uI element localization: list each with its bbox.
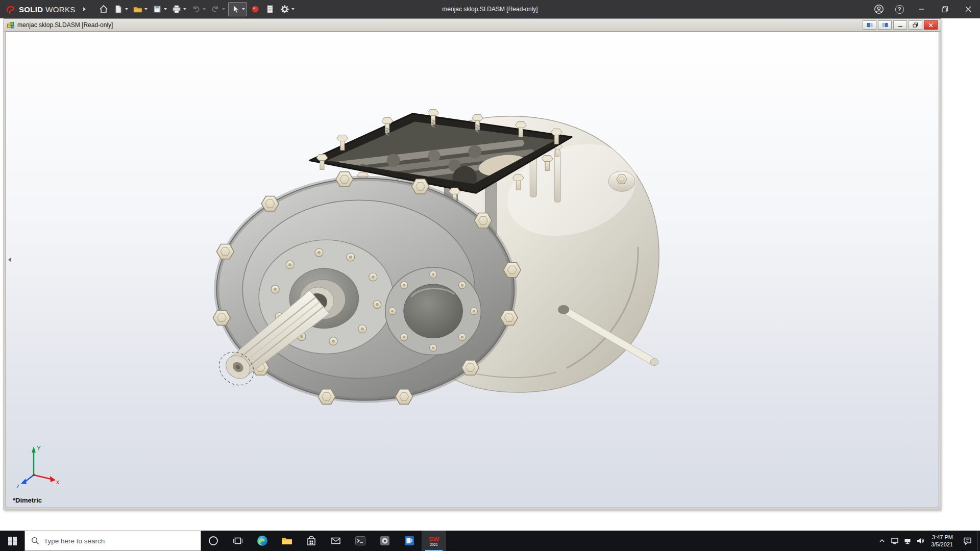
z-axis-label: z xyxy=(16,483,19,490)
redo-icon xyxy=(210,4,220,14)
restore-button[interactable] xyxy=(933,0,957,18)
file-explorer-icon xyxy=(281,535,293,547)
screen: SOLIDWORKS xyxy=(0,0,980,551)
reference-triad: Y x z xyxy=(14,441,61,490)
print-button[interactable] xyxy=(170,2,188,16)
print-icon xyxy=(172,4,182,14)
dropdown-caret-icon[interactable] xyxy=(203,8,206,10)
console-app-button[interactable] xyxy=(348,531,373,551)
solidworks-logo-icon xyxy=(5,4,16,15)
select-tool-button[interactable] xyxy=(228,2,247,16)
help-button[interactable]: ? xyxy=(889,0,910,18)
chevron-right-icon[interactable] xyxy=(83,7,86,11)
volume-icon xyxy=(916,537,924,545)
y-axis-arrow xyxy=(32,446,36,453)
cortana-button[interactable] xyxy=(201,531,226,551)
network-tray-button[interactable] xyxy=(901,531,914,551)
document-window: menjac sklop.SLDASM [Read-only] xyxy=(4,18,941,510)
sign-in-button[interactable] xyxy=(869,0,889,18)
store-button[interactable] xyxy=(299,531,324,551)
help-glyph: ? xyxy=(898,6,901,12)
solidworks-taskbar-button[interactable]: SW 2021 xyxy=(422,531,446,551)
clock-time: 3:47 PM xyxy=(932,534,953,541)
gray-app-button[interactable] xyxy=(373,531,397,551)
doc-minimize-button[interactable] xyxy=(893,20,907,30)
clock-date: 3/5/2021 xyxy=(931,541,953,548)
gearbox-model[interactable] xyxy=(6,32,939,508)
dropdown-caret-icon[interactable] xyxy=(222,8,225,10)
doc-restore-button[interactable] xyxy=(909,20,922,30)
mail-icon xyxy=(330,535,341,546)
dropdown-caret-icon[interactable] xyxy=(164,8,167,10)
redo-button[interactable] xyxy=(209,2,227,16)
dropdown-caret-icon[interactable] xyxy=(242,8,245,10)
system-tray: 3:47 PM 3/5/2021 xyxy=(875,531,980,551)
home-icon xyxy=(99,4,109,14)
save-button[interactable] xyxy=(151,2,168,16)
assembly-document-icon xyxy=(7,21,15,29)
brand-solid: SOLID xyxy=(19,5,43,14)
titlebar-controls: ? xyxy=(869,0,980,18)
dropdown-caret-icon[interactable] xyxy=(144,8,148,10)
action-center-button[interactable] xyxy=(958,531,977,551)
file-explorer-button[interactable] xyxy=(275,531,299,551)
search-icon xyxy=(31,537,39,545)
pane-left-button[interactable] xyxy=(863,20,876,30)
blue-app-button[interactable] xyxy=(397,531,422,551)
rebuild-button[interactable] xyxy=(249,2,262,16)
display-tray-button[interactable] xyxy=(888,531,901,551)
mail-button[interactable] xyxy=(324,531,348,551)
task-view-button[interactable] xyxy=(226,531,250,551)
help-icon: ? xyxy=(895,5,904,14)
round-cover[interactable] xyxy=(404,284,463,338)
taskbar-clock[interactable]: 3:47 PM 3/5/2021 xyxy=(926,534,958,548)
windows-logo-icon xyxy=(8,537,17,545)
store-icon xyxy=(306,535,317,546)
x-axis-label: x xyxy=(56,479,59,486)
document-window-controls xyxy=(863,20,939,30)
dropdown-caret-icon[interactable] xyxy=(183,8,186,10)
solidworks-app-icon: SW 2021 xyxy=(429,536,439,546)
open-button[interactable] xyxy=(131,2,149,16)
collapse-arrow-icon xyxy=(8,257,11,262)
close-icon xyxy=(965,6,971,12)
hidden-icons-button[interactable] xyxy=(875,531,888,551)
volume-tray-button[interactable] xyxy=(914,531,926,551)
restore-icon xyxy=(942,6,948,13)
z-axis-arrow xyxy=(21,479,27,484)
file-properties-button[interactable] xyxy=(263,2,277,16)
dropdown-caret-icon[interactable] xyxy=(125,8,128,10)
minimize-button[interactable] xyxy=(910,0,933,18)
dropdown-caret-icon[interactable] xyxy=(291,8,295,10)
y-axis-label: Y xyxy=(37,445,41,452)
undo-icon xyxy=(191,4,201,14)
quick-access-toolbar xyxy=(97,0,296,18)
search-input[interactable] xyxy=(44,537,201,545)
open-folder-icon xyxy=(133,4,143,14)
pane-right-button[interactable] xyxy=(878,20,892,30)
start-button[interactable] xyxy=(0,531,24,551)
pane-left-icon xyxy=(867,22,873,28)
document-titlebar[interactable]: menjac sklop.SLDASM [Read-only] xyxy=(4,19,941,32)
home-button[interactable] xyxy=(97,2,110,16)
show-desktop-button[interactable] xyxy=(977,531,980,551)
new-document-icon xyxy=(113,4,124,14)
select-arrow-icon xyxy=(230,4,240,14)
close-button[interactable] xyxy=(957,0,980,18)
doc-close-button[interactable] xyxy=(924,20,938,30)
user-avatar-icon xyxy=(874,4,884,14)
x-axis-arrow xyxy=(50,476,56,482)
featuremanager-collapse-tab[interactable] xyxy=(6,253,13,267)
options-button[interactable] xyxy=(278,2,296,16)
options-gear-icon xyxy=(280,4,290,14)
app-titlebar: SOLIDWORKS xyxy=(0,0,980,18)
doc-minimize-icon xyxy=(898,23,903,28)
taskbar-search[interactable] xyxy=(24,531,201,551)
edge-button[interactable] xyxy=(250,531,275,551)
edge-icon xyxy=(256,535,268,547)
solidworks-menu[interactable]: SOLIDWORKS xyxy=(0,0,90,18)
graphics-viewport[interactable]: Y x z *Dimetric xyxy=(6,32,939,508)
sw-year: 2021 xyxy=(430,543,438,546)
undo-button[interactable] xyxy=(189,2,207,16)
new-document-button[interactable] xyxy=(112,2,130,16)
